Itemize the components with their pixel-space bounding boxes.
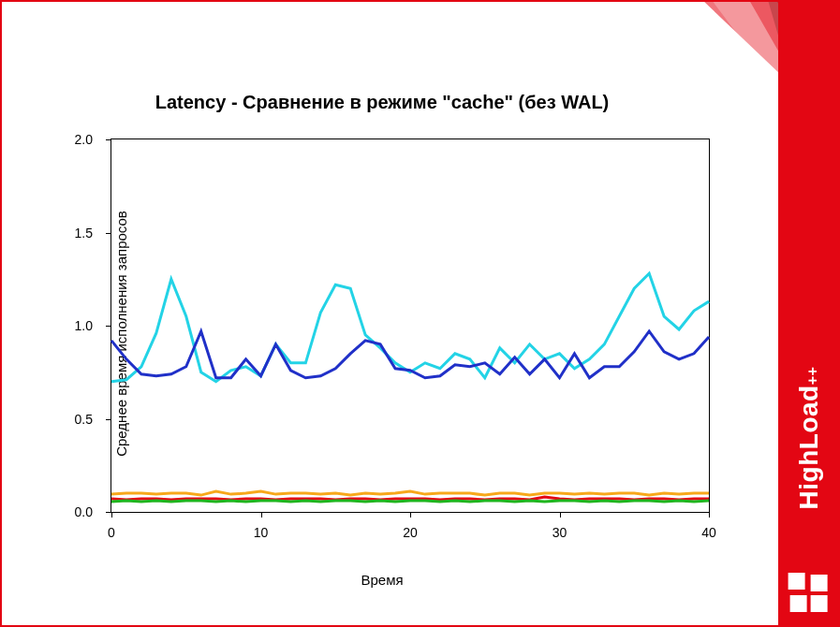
- brand-logo: HighLoad++: [738, 423, 840, 612]
- chart-title: Latency - Сравнение в режиме "cache" (бе…: [7, 92, 757, 113]
- slide: HighLoad++ Latency - Сравнение в режиме …: [0, 0, 840, 627]
- x-tick-mark: [410, 512, 411, 518]
- x-tick-mark: [261, 512, 262, 518]
- x-tick-label: 20: [403, 525, 418, 540]
- brand-name: HighLoad: [794, 385, 824, 509]
- brand-suffix: ++: [804, 367, 821, 386]
- brand-squares-icon: [790, 575, 828, 612]
- chart-container: Latency - Сравнение в режиме "cache" (бе…: [7, 7, 757, 616]
- y-tick-label: 1.5: [75, 226, 93, 241]
- series-line: [111, 491, 709, 495]
- brand-wordmark: HighLoad++: [794, 367, 824, 510]
- y-tick-label: 2.0: [75, 132, 93, 147]
- y-tick-mark: [106, 233, 111, 234]
- x-axis-label: Время: [7, 572, 757, 588]
- x-tick-label: 10: [254, 525, 269, 540]
- x-tick-label: 30: [553, 525, 567, 540]
- x-tick-mark: [111, 512, 112, 518]
- x-tick-label: 40: [701, 525, 716, 540]
- y-tick-label: 0.5: [75, 412, 93, 427]
- y-tick-label: 0.0: [75, 504, 93, 519]
- y-tick-label: 1.0: [75, 318, 93, 333]
- plot-area: 0.00.51.01.52.0010203040: [111, 139, 710, 513]
- y-tick-mark: [106, 326, 111, 327]
- series-line: [111, 501, 709, 502]
- x-tick-mark: [560, 512, 561, 518]
- x-tick-mark: [709, 512, 710, 518]
- x-tick-label: 0: [108, 525, 115, 540]
- plot-svg: [111, 139, 709, 512]
- brand-sidebar: HighLoad++: [778, 0, 840, 627]
- y-tick-mark: [106, 139, 111, 140]
- y-tick-mark: [106, 419, 111, 420]
